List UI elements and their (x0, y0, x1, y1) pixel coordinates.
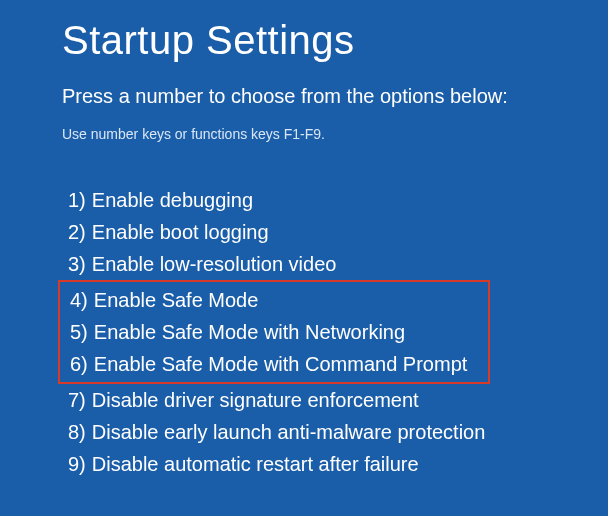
option-enable-safe-mode-networking[interactable]: 5) Enable Safe Mode with Networking (62, 316, 486, 348)
option-number: 8) (68, 416, 86, 448)
option-number: 7) (68, 384, 86, 416)
option-disable-anti-malware[interactable]: 8) Disable early launch anti-malware pro… (62, 416, 608, 448)
option-label: Disable automatic restart after failure (92, 448, 419, 480)
option-number: 5) (70, 316, 88, 348)
option-label: Enable Safe Mode with Command Prompt (94, 348, 468, 380)
option-label: Enable Safe Mode with Networking (94, 316, 405, 348)
option-number: 4) (70, 284, 88, 316)
option-enable-safe-mode[interactable]: 4) Enable Safe Mode (62, 284, 486, 316)
option-disable-driver-sig[interactable]: 7) Disable driver signature enforcement (62, 384, 608, 416)
option-enable-low-res-video[interactable]: 3) Enable low-resolution video (62, 248, 608, 280)
option-enable-safe-mode-cmd[interactable]: 6) Enable Safe Mode with Command Prompt (62, 348, 486, 380)
option-label: Enable debugging (92, 184, 253, 216)
subtitle-text: Press a number to choose from the option… (62, 85, 608, 108)
hint-text: Use number keys or functions keys F1-F9. (62, 126, 608, 142)
option-label: Disable early launch anti-malware protec… (92, 416, 486, 448)
page-title: Startup Settings (62, 18, 608, 63)
option-enable-debugging[interactable]: 1) Enable debugging (62, 184, 608, 216)
option-label: Disable driver signature enforcement (92, 384, 419, 416)
option-number: 2) (68, 216, 86, 248)
option-label: Enable Safe Mode (94, 284, 259, 316)
option-number: 1) (68, 184, 86, 216)
highlight-safe-mode-options: 4) Enable Safe Mode 5) Enable Safe Mode … (58, 280, 490, 384)
options-list: 1) Enable debugging 2) Enable boot loggi… (62, 184, 608, 480)
startup-settings-screen: Startup Settings Press a number to choos… (0, 0, 608, 480)
option-number: 9) (68, 448, 86, 480)
option-number: 3) (68, 248, 86, 280)
option-number: 6) (70, 348, 88, 380)
option-label: Enable low-resolution video (92, 248, 337, 280)
option-enable-boot-logging[interactable]: 2) Enable boot logging (62, 216, 608, 248)
option-label: Enable boot logging (92, 216, 269, 248)
option-disable-auto-restart[interactable]: 9) Disable automatic restart after failu… (62, 448, 608, 480)
